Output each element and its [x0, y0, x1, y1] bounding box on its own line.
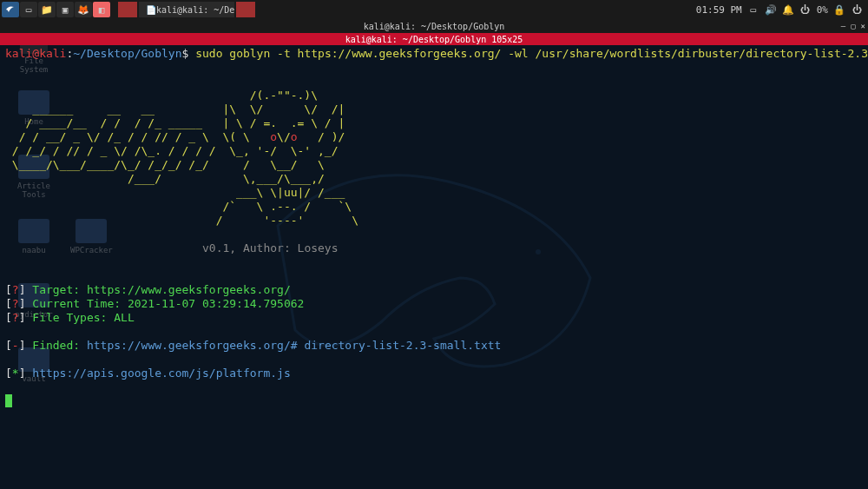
browser-launcher-button[interactable]: 🦊: [75, 2, 92, 17]
burp-launcher-button[interactable]: ◧: [93, 2, 110, 17]
command-text: sudo goblyn -t https://www.geeksforgeeks…: [195, 47, 868, 60]
window-controls: — ▢ ✕: [841, 22, 865, 30]
time-label: Current Time:: [32, 297, 121, 310]
close-button[interactable]: ✕: [861, 22, 865, 30]
task-extra[interactable]: [236, 2, 255, 17]
result-url: https://apis.google.com/js/platform.js: [32, 367, 290, 380]
version-info: v0.1, Author: Loseys: [202, 241, 339, 254]
finded-file: directory-list-2.3-small.txtt: [304, 339, 501, 352]
terminal-body[interactable]: kali@kali:~/Desktop/Goblyn$ sudo goblyn …: [0, 45, 868, 488]
top-panel: ▭ 📁 ▣ 🦊 ◧ 📄 kali@kali: ~/Desktop/Go... 0…: [0, 0, 868, 19]
battery-text: 0%: [817, 4, 828, 16]
target-label: Target:: [32, 283, 80, 296]
ascii-art: /(.-""-.)\ ______ __ __ |\ \/ \/ /| / __…: [5, 89, 358, 227]
applications-menu-button[interactable]: [2, 2, 19, 17]
finded-label: Finded:: [32, 339, 80, 352]
types-value: ALL: [114, 311, 134, 324]
terminal-tab-label: kali@kali: ~/Desktop/Goblyn 105x25: [345, 35, 523, 44]
notifications-icon[interactable]: 🔔: [782, 3, 794, 16]
taskbar: 📄 kali@kali: ~/Desktop/Go...: [118, 2, 255, 17]
prompt-user: kali@kali: [5, 47, 66, 60]
maximize-button[interactable]: ▢: [851, 22, 855, 30]
window-title: kali@kali: ~/Desktop/Goblyn: [364, 22, 505, 31]
types-label: File Types:: [32, 311, 107, 324]
terminal-tab-bar[interactable]: kali@kali: ~/Desktop/Goblyn 105x25: [0, 33, 868, 45]
volume-icon[interactable]: 🔊: [765, 3, 777, 16]
prompt-path: ~/Desktop/Goblyn: [73, 47, 181, 60]
clock[interactable]: 01:59 PM: [696, 4, 742, 16]
task-terminal[interactable]: 📄 kali@kali: ~/Desktop/Go...: [139, 2, 234, 17]
time-value: 2021-11-07 03:29:14.795062: [128, 297, 305, 310]
finded-url: https://www.geeksforgeeks.org/#: [87, 339, 298, 352]
minimize-all-icon[interactable]: ▭: [747, 3, 760, 16]
panel-right: 01:59 PM ▭ 🔊 🔔 ⏻ 0% 🔒 ⏻: [696, 3, 868, 16]
task-workspace[interactable]: [118, 2, 137, 17]
terminal-launcher-button[interactable]: ▣: [56, 2, 74, 17]
lock-icon[interactable]: 🔒: [833, 3, 845, 16]
target-value: https://www.geeksforgeeks.org/: [87, 283, 291, 296]
terminal-cursor: [5, 394, 12, 407]
file-manager-button[interactable]: 📁: [38, 2, 56, 17]
power-icon[interactable]: ⏻: [851, 3, 863, 16]
minimize-button[interactable]: —: [841, 22, 845, 30]
panel-left: ▭ 📁 ▣ 🦊 ◧ 📄 kali@kali: ~/Desktop/Go...: [0, 2, 255, 17]
show-desktop-button[interactable]: ▭: [20, 2, 37, 17]
task-label: kali@kali: ~/Desktop/Go...: [156, 5, 234, 15]
prompt-sym: $: [182, 47, 189, 60]
window-titlebar[interactable]: kali@kali: ~/Desktop/Goblyn — ▢ ✕: [0, 19, 868, 33]
network-icon[interactable]: ⏻: [799, 3, 812, 16]
